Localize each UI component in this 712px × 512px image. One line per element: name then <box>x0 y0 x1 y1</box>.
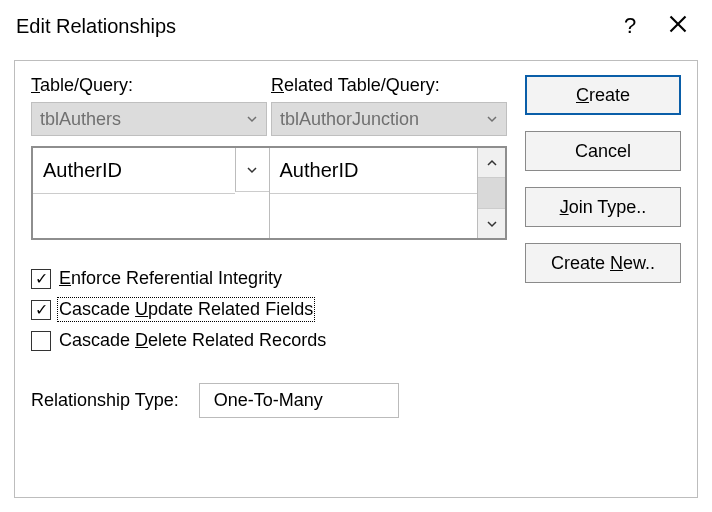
checkbox-icon: ✓ <box>31 300 51 320</box>
create-button[interactable]: Create <box>525 75 681 115</box>
checkbox-icon: ✓ <box>31 269 51 289</box>
scroll-down-button[interactable] <box>478 208 505 238</box>
scroll-up-button[interactable] <box>478 148 505 178</box>
primary-field-cell[interactable]: AutherID <box>33 148 235 194</box>
cascade-update-checkbox[interactable]: ✓ Cascade Update Related Fields <box>31 299 507 320</box>
chevron-down-icon <box>246 164 258 176</box>
primary-field-dropdown[interactable] <box>235 148 269 192</box>
cascade-delete-checkbox[interactable]: Cascade Delete Related Records <box>31 330 507 351</box>
related-field-cell[interactable]: AutherID <box>270 148 478 194</box>
scroll-track[interactable] <box>478 178 505 208</box>
related-table-query-label: Related Table/Query: <box>271 75 507 96</box>
enforce-referential-integrity-checkbox[interactable]: ✓ Enforce Referential Integrity <box>31 268 507 289</box>
join-type-button[interactable]: Join Type.. <box>525 187 681 227</box>
related-table-combo[interactable]: tblAuthorJunction <box>271 102 507 136</box>
titlebar: Edit Relationships ? <box>0 0 712 52</box>
related-table-value: tblAuthorJunction <box>280 109 419 130</box>
help-button[interactable]: ? <box>606 13 654 39</box>
dialog-title: Edit Relationships <box>16 15 606 38</box>
relationship-type-value: One-To-Many <box>199 383 399 418</box>
field-mapping-grid: AutherID AutherID <box>31 146 507 240</box>
check-label: Cascade Update Related Fields <box>59 299 313 320</box>
grid-scrollbar[interactable] <box>477 148 505 238</box>
edit-relationships-dialog: Edit Relationships ? Table/Query: Relate… <box>0 0 712 512</box>
chevron-down-icon <box>486 109 498 130</box>
primary-table-combo[interactable]: tblAuthers <box>31 102 267 136</box>
close-icon <box>669 15 687 33</box>
primary-table-value: tblAuthers <box>40 109 121 130</box>
related-field-cell-blank[interactable] <box>270 194 478 239</box>
create-new-button[interactable]: Create New.. <box>525 243 681 283</box>
chevron-down-icon <box>486 218 498 230</box>
checkbox-icon <box>31 331 51 351</box>
check-label: Enforce Referential Integrity <box>59 268 282 289</box>
close-button[interactable] <box>654 13 702 39</box>
table-query-label: Table/Query: <box>31 75 267 96</box>
chevron-up-icon <box>486 157 498 169</box>
check-label: Cascade Delete Related Records <box>59 330 326 351</box>
content-frame: Table/Query: Related Table/Query: tblAut… <box>14 60 698 498</box>
primary-field-cell-blank[interactable] <box>33 194 235 239</box>
chevron-down-icon <box>246 109 258 130</box>
relationship-type-label: Relationship Type: <box>31 390 179 411</box>
cancel-button[interactable]: Cancel <box>525 131 681 171</box>
